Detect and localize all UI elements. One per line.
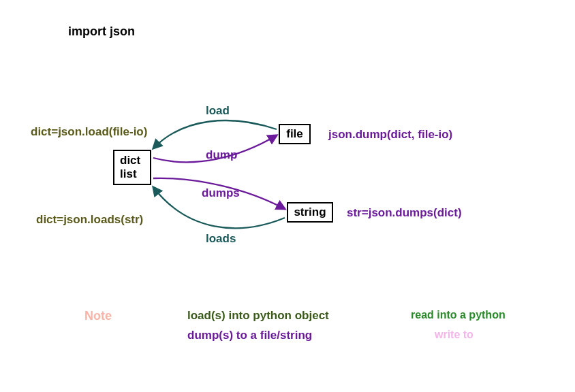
code-dump-example: json.dump(dict, file-io) — [328, 128, 452, 142]
label-loads: loads — [206, 232, 236, 246]
label-load: load — [206, 104, 230, 118]
box-list-label: list — [120, 167, 137, 181]
code-load-example: dict=json.load(file-io) — [31, 125, 147, 139]
box-file-label: file — [286, 127, 303, 141]
note-read-desc: read into a python — [411, 309, 506, 321]
box-string: string — [287, 202, 333, 223]
box-dict-label: dict — [120, 154, 140, 167]
box-string-label: string — [294, 206, 326, 219]
box-dict-list: dict list — [113, 150, 151, 185]
code-dumps-example: str=json.dumps(dict) — [347, 206, 462, 220]
import-statement: import json — [68, 24, 135, 39]
note-load-desc: load(s) into python object — [187, 309, 329, 323]
box-file: file — [279, 124, 311, 144]
note-write-desc: write to — [435, 329, 473, 341]
label-dumps: dumps — [202, 186, 240, 200]
arrow-load — [153, 120, 277, 148]
label-dump: dump — [206, 148, 237, 162]
code-loads-example: dict=json.loads(str) — [36, 213, 143, 227]
note-dump-desc: dump(s) to a file/string — [187, 329, 312, 342]
note-label: Note — [84, 309, 112, 323]
